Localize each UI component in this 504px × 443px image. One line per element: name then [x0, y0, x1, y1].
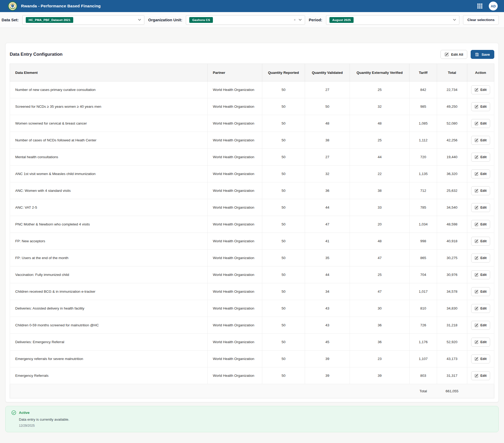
action-cell: Edit	[467, 266, 494, 283]
chevron-down-icon[interactable]	[138, 19, 141, 21]
edit-icon	[475, 374, 478, 378]
total-cell: 34,578	[437, 283, 467, 300]
quantity-verified-cell: 20	[350, 216, 410, 233]
table-row: ANC: VAT 2-5World Health Organization504…	[10, 199, 494, 216]
edit-all-button[interactable]: Edit All	[440, 50, 467, 59]
org-unit-select[interactable]: Gashora CS ×	[186, 15, 305, 25]
edit-row-button[interactable]: Edit	[471, 354, 490, 363]
data-element-cell: Mental health consultations	[10, 149, 208, 166]
edit-icon	[475, 122, 478, 125]
tariff-cell: 720	[410, 149, 437, 166]
chevron-down-icon[interactable]	[299, 19, 302, 21]
edit-row-button[interactable]: Edit	[471, 169, 490, 178]
edit-button-label: Edit	[480, 172, 487, 176]
edit-row-button[interactable]: Edit	[471, 371, 490, 380]
quantity-reported-cell: 50	[262, 367, 305, 384]
total-cell: 36,320	[437, 166, 467, 182]
edit-row-button[interactable]: Edit	[471, 203, 490, 212]
quantity-reported-cell: 50	[262, 317, 305, 334]
total-row-action-spacer	[467, 384, 494, 398]
clear-selections-button[interactable]: Clear selections	[463, 15, 499, 25]
save-button-label: Save	[481, 53, 490, 56]
action-cell: Edit	[467, 166, 494, 182]
edit-row-button[interactable]: Edit	[471, 220, 490, 229]
data-element-cell: Emergency referrals for severe malnutrit…	[10, 351, 208, 367]
data-set-select[interactable]: HC_PMA_PBF_Dataset 2021	[22, 15, 144, 25]
partner-cell: World Health Organization	[207, 216, 262, 233]
top-navbar: Rwanda - Performance Based Financing AD	[0, 0, 504, 12]
period-select[interactable]: August 2025	[326, 15, 460, 25]
edit-row-button[interactable]: Edit	[471, 270, 490, 279]
edit-row-button[interactable]: Edit	[471, 304, 490, 313]
action-cell: Edit	[467, 334, 494, 351]
save-button[interactable]: Save	[471, 50, 494, 59]
action-cell: Edit	[467, 233, 494, 250]
quantity-reported-cell: 50	[262, 250, 305, 266]
action-cell: Edit	[467, 216, 494, 233]
edit-row-button[interactable]: Edit	[471, 321, 490, 330]
quantity-validated-cell: 38	[305, 132, 350, 149]
apps-grid-icon[interactable]	[477, 3, 482, 9]
column-header-partner: Partner	[207, 64, 262, 81]
tariff-cell: 1,112	[410, 132, 437, 149]
edit-row-button[interactable]: Edit	[471, 102, 490, 111]
quantity-reported-cell: 50	[262, 233, 305, 250]
total-cell: 22,734	[437, 81, 467, 98]
edit-icon	[475, 138, 478, 142]
data-element-cell: Vaccination: Fully immunized child	[10, 266, 208, 283]
total-cell: 19,440	[437, 149, 467, 166]
quantity-verified-cell: 25	[350, 132, 410, 149]
quantity-validated-cell: 36	[305, 182, 350, 199]
quantity-validated-cell: 27	[305, 81, 350, 98]
data-element-cell: Deliveries: Assisted delivery in health …	[10, 300, 208, 317]
edit-row-button[interactable]: Edit	[471, 119, 490, 128]
org-unit-clear-icon[interactable]: ×	[293, 18, 296, 22]
partner-cell: World Health Organization	[207, 166, 262, 182]
tariff-cell: 712	[410, 182, 437, 199]
action-cell: Edit	[467, 115, 494, 132]
data-element-cell: FP: New acceptors	[10, 233, 208, 250]
edit-icon	[475, 239, 478, 243]
column-header-tariff: Tariff	[410, 64, 437, 81]
quantity-validated-cell: 27	[305, 149, 350, 166]
edit-row-button[interactable]: Edit	[471, 85, 490, 94]
partner-cell: World Health Organization	[207, 334, 262, 351]
app-title: Rwanda - Performance Based Financing	[21, 4, 101, 8]
quantity-verified-cell: 36	[350, 334, 410, 351]
edit-row-button[interactable]: Edit	[471, 287, 490, 296]
edit-icon	[475, 290, 478, 293]
edit-row-button[interactable]: Edit	[471, 186, 490, 195]
total-cell: 49,250	[437, 98, 467, 115]
chevron-down-icon[interactable]	[453, 19, 456, 21]
edit-row-button[interactable]: Edit	[471, 153, 490, 162]
column-header-data-element: Data Element	[10, 64, 208, 81]
quantity-verified-cell: 25	[350, 81, 410, 98]
quantity-validated-cell: 41	[305, 233, 350, 250]
user-avatar[interactable]: AD	[489, 2, 498, 11]
quantity-verified-cell: 48	[350, 233, 410, 250]
edit-row-button[interactable]: Edit	[471, 338, 490, 347]
edit-row-button[interactable]: Edit	[471, 237, 490, 246]
table-row: Children received BCG & in immunization …	[10, 283, 494, 300]
quantity-verified-cell: 47	[350, 283, 410, 300]
edit-row-button[interactable]: Edit	[471, 136, 490, 145]
edit-row-button[interactable]: Edit	[471, 254, 490, 262]
data-element-cell: PNC Mother & Newborn who completed 4 vis…	[10, 216, 208, 233]
save-icon	[475, 53, 479, 56]
table-row: Deliveries: Emergency ReferralWorld Heal…	[10, 334, 494, 351]
quantity-verified-cell: 25	[350, 266, 410, 283]
data-element-cell: Number of cases of NCDs followed at Heat…	[10, 132, 208, 149]
total-cell: 25,632	[437, 182, 467, 199]
edit-button-label: Edit	[480, 273, 487, 277]
edit-icon	[475, 88, 478, 92]
quantity-reported-cell: 50	[262, 199, 305, 216]
total-cell: 30,275	[437, 250, 467, 266]
quantity-verified-cell: 22	[350, 166, 410, 182]
quantity-validated-cell: 45	[305, 334, 350, 351]
edit-icon	[475, 172, 478, 176]
column-header-quantity-validated: Quantity Validated	[305, 64, 350, 81]
quantity-verified-cell: 44	[350, 149, 410, 166]
quantity-reported-cell: 50	[262, 283, 305, 300]
quantity-verified-cell: 48	[350, 115, 410, 132]
status-title: Active	[19, 411, 30, 415]
